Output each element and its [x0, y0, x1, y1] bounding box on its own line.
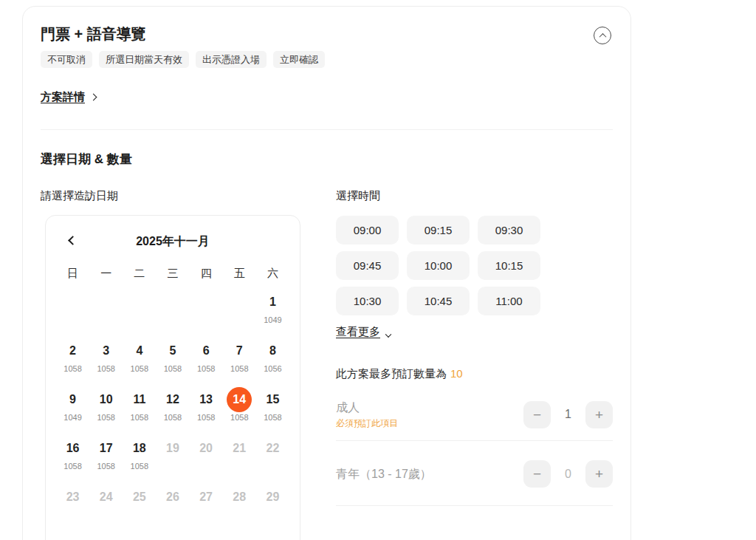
- time-slot-button[interactable]: 10:15: [478, 251, 540, 280]
- calendar-empty-cell: [190, 533, 223, 540]
- calendar-date-cell: 19: [156, 436, 189, 471]
- calendar-date-cell[interactable]: 121058: [156, 387, 189, 423]
- date-number: 19: [160, 436, 185, 461]
- date-price: 1058: [56, 462, 89, 471]
- calendar-date-cell: 22: [256, 436, 289, 471]
- date-number[interactable]: 6: [193, 338, 219, 363]
- time-slot-button[interactable]: 10:00: [407, 251, 470, 280]
- time-slot-button[interactable]: 11:00: [478, 287, 540, 315]
- date-number[interactable]: 17: [94, 436, 119, 461]
- quantity-value: 0: [551, 468, 585, 481]
- calendar-date-cell: 24: [89, 485, 123, 520]
- weekday-label: 三: [156, 266, 189, 281]
- time-slot-button[interactable]: 09:00: [336, 216, 399, 245]
- calendar-empty-cell: [256, 533, 289, 540]
- calendar-empty-cell: [123, 533, 156, 540]
- calendar-date-cell[interactable]: 11049: [256, 290, 289, 325]
- calendar-date-cell: 26: [156, 485, 189, 520]
- calendar-date-cell[interactable]: 71058: [223, 338, 256, 374]
- date-number[interactable]: 15: [260, 387, 285, 412]
- calendar-date-cell: 29: [256, 485, 289, 520]
- time-slot-button[interactable]: 09:15: [407, 216, 470, 245]
- increase-button[interactable]: +: [585, 401, 613, 428]
- calendar-date-cell[interactable]: 91049: [56, 387, 89, 423]
- calendar-weekday-row: 日一二三四五六: [56, 266, 289, 281]
- calendar-date-cell[interactable]: 131058: [190, 387, 223, 423]
- view-more-link[interactable]: 查看更多: [336, 325, 391, 339]
- date-number[interactable]: 10: [94, 387, 119, 412]
- tag-list: 不可取消所選日期當天有效出示憑證入場立即確認: [41, 51, 613, 68]
- date-number[interactable]: 7: [227, 338, 252, 363]
- package-card: 門票 + 語音導覽 不可取消所選日期當天有效出示憑證入場立即確認 方案詳情 選擇…: [22, 6, 631, 540]
- calendar-date-cell[interactable]: 111058: [123, 387, 156, 423]
- decrease-button[interactable]: −: [523, 401, 551, 428]
- calendar-date-cell[interactable]: 41058: [123, 338, 156, 374]
- collapse-section-button[interactable]: [594, 27, 611, 44]
- chevron-left-icon: [68, 236, 78, 245]
- date-number[interactable]: 18: [127, 436, 152, 461]
- quantity-stepper: −1+: [523, 401, 613, 428]
- calendar-date-cell[interactable]: 21058: [56, 338, 89, 374]
- date-number[interactable]: 13: [193, 387, 219, 412]
- date-price: 1049: [256, 315, 289, 325]
- date-number[interactable]: 3: [94, 338, 119, 363]
- date-price: 1058: [123, 413, 156, 423]
- time-quantity-column: 選擇時間 09:0009:1509:3009:4510:0010:1510:30…: [336, 188, 613, 540]
- calendar-date-cell[interactable]: 101058: [89, 387, 123, 423]
- increase-button[interactable]: +: [585, 460, 613, 488]
- calendar-date-cell[interactable]: 61058: [190, 338, 223, 374]
- time-slot-button[interactable]: 10:45: [407, 287, 470, 315]
- ticket-info: 青年（13 - 17歲）: [336, 466, 432, 482]
- date-price: 1058: [123, 462, 156, 471]
- section-title: 選擇日期 & 數量: [41, 151, 613, 168]
- calendar-grid: 1104921058310584105851058610587105881056…: [56, 290, 289, 540]
- date-number[interactable]: 11: [127, 387, 152, 412]
- plan-details-link[interactable]: 方案詳情: [41, 90, 96, 104]
- date-number[interactable]: 1: [260, 290, 285, 315]
- date-number[interactable]: 5: [160, 338, 185, 363]
- date-number[interactable]: 2: [61, 338, 86, 363]
- time-slot-button[interactable]: 09:30: [478, 216, 540, 245]
- date-price: 1058: [56, 364, 89, 374]
- calendar-date-cell: 21: [223, 436, 256, 471]
- calendar-date-cell[interactable]: 81056: [256, 338, 289, 374]
- time-slot-button[interactable]: 09:45: [336, 251, 399, 280]
- date-number[interactable]: 9: [61, 387, 86, 412]
- calendar-empty-cell: [223, 533, 256, 540]
- calendar-date-cell[interactable]: 181058: [123, 436, 156, 471]
- calendar-date-cell[interactable]: 141058: [223, 387, 256, 423]
- date-number: 20: [193, 436, 219, 461]
- decrease-button[interactable]: −: [523, 460, 551, 488]
- ticket-name: 成人: [336, 400, 398, 415]
- date-price: 1056: [256, 364, 289, 374]
- plan-details-label: 方案詳情: [41, 90, 85, 104]
- calendar-week-row: 23242526272829: [56, 485, 289, 520]
- max-quantity-text: 此方案最多預訂數量為: [336, 367, 447, 380]
- date-number[interactable]: 4: [127, 338, 152, 363]
- calendar-date-cell[interactable]: 171058: [89, 436, 123, 471]
- date-number[interactable]: 16: [61, 436, 86, 461]
- calendar-week-row: 16105817105818105819202122: [56, 436, 289, 471]
- ticket-name: 青年（13 - 17歲）: [336, 466, 432, 482]
- date-price: 1049: [56, 413, 89, 423]
- time-slot-button[interactable]: 10:30: [336, 287, 399, 315]
- date-price: 1058: [156, 413, 189, 423]
- calendar-date-cell[interactable]: 161058: [56, 436, 89, 471]
- date-number: 23: [61, 485, 86, 510]
- quantity-value: 1: [551, 408, 585, 421]
- calendar-date-cell[interactable]: 51058: [156, 338, 189, 374]
- calendar: 2025年十一月 日一二三四五六 11049210583105841058510…: [45, 215, 300, 540]
- details-row: 方案詳情: [41, 90, 613, 104]
- calendar-empty-cell: [89, 290, 123, 325]
- date-number: 28: [227, 485, 252, 510]
- date-number[interactable]: 8: [260, 338, 285, 363]
- selected-date[interactable]: 14: [227, 387, 252, 412]
- prev-month-button[interactable]: [66, 232, 79, 249]
- view-more-label: 查看更多: [336, 325, 380, 339]
- package-title: 門票 + 語音導覽: [41, 24, 146, 44]
- calendar-week-row: 30: [56, 533, 289, 540]
- calendar-date-cell[interactable]: 31058: [89, 338, 123, 374]
- date-number[interactable]: 12: [160, 387, 185, 412]
- date-price: 1058: [190, 413, 223, 423]
- calendar-date-cell[interactable]: 151058: [256, 387, 289, 423]
